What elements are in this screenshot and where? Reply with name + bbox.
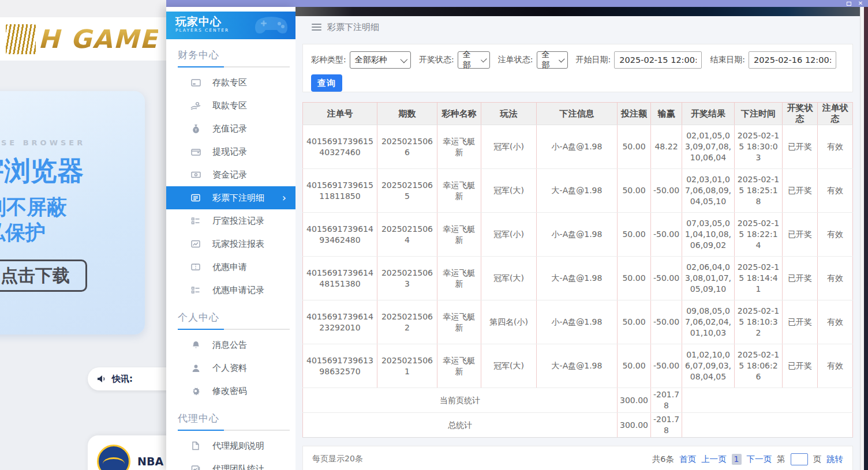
table-cell: 2025-02-15 18:14:41 (735, 257, 783, 300)
table-cell: 401569173961540327460 (303, 125, 377, 169)
sidebar-section: 个人中心 消息公告 个人资料 修改密码 (166, 307, 295, 403)
site-logo: H GAME (38, 24, 158, 54)
sidebar-item-recharge-records[interactable]: 充值记录 (166, 117, 295, 140)
start-date-input[interactable] (614, 51, 702, 69)
table-cell: 已开奖 (783, 257, 818, 300)
table-cell: 大-A盘@1.98 (537, 344, 618, 388)
table-cell: 48.22 (651, 125, 682, 169)
nba-card[interactable]: NBA (88, 435, 166, 470)
table-column-header: 开奖结果 (682, 103, 735, 125)
sidebar-item-withdraw-zone[interactable]: 取款专区 (166, 94, 295, 117)
money-bag-icon (190, 123, 201, 134)
gamepad-icon (253, 14, 290, 37)
bank-card-icon (190, 77, 201, 88)
table-row: 40156917396142329201020250215062幸运飞艇新第四名… (303, 300, 853, 344)
sidebar-item-promo-apply-records[interactable]: 优惠申请记录 (166, 279, 295, 302)
table-cell: 401569173961423292010 (303, 300, 377, 344)
sidebar-item-promo-apply[interactable]: 优惠申请 (166, 255, 295, 279)
table-cell: 有效 (818, 300, 853, 344)
draw-status-label: 开奖状态: (419, 55, 454, 65)
summary-winloss-total: -201.78 (651, 413, 682, 438)
table-cell: 已开奖 (783, 169, 818, 213)
maximize-button[interactable] (845, 0, 853, 7)
sidebar: 玩家中心 PLAYERS CENTER 财务中心 存款专区 取款专区 充值记录 … (166, 7, 295, 470)
table-cell: 2025-02-15 18:22:14 (735, 213, 783, 257)
user-icon (190, 363, 201, 373)
table-cell: 20250215063 (377, 257, 437, 300)
bets-table: 注单号期数彩种名称玩法下注信息投注额输赢开奖结果下注时间开奖状态注单状态 401… (302, 102, 853, 438)
search-button[interactable]: 查询 (311, 74, 342, 92)
bets-table-container: 注单号期数彩种名称玩法下注信息投注额输赢开奖结果下注时间开奖状态注单状态 401… (302, 102, 853, 438)
sidebar-item-label: 消息公告 (212, 340, 247, 351)
jump-page-input[interactable] (791, 453, 808, 465)
download-button[interactable]: 点击下载 (0, 260, 87, 292)
sidebar-item-label: 代理团队统计 (212, 464, 264, 470)
nba-card-label: NBA (137, 455, 163, 468)
next-page-link[interactable]: 下一页 (747, 454, 772, 465)
table-cell: 02,01,05,03,09,07,08,10,06,04 (682, 125, 735, 169)
sidebar-item-hall-bet-records[interactable]: 厅室投注记录 (166, 209, 295, 232)
sidebar-item-player-bet-report[interactable]: 玩家投注报表 (166, 232, 295, 255)
sidebar-item-personal-profile[interactable]: 个人资料 (166, 356, 295, 379)
sidebar-item-label: 资金记录 (212, 170, 247, 181)
list-boxes-icon (190, 285, 201, 295)
sidebar-header: 玩家中心 PLAYERS CENTER (166, 12, 295, 39)
site-logo-band: H GAME (0, 17, 166, 61)
sidebar-item-funds-records[interactable]: 资金记录 (166, 163, 295, 186)
table-column-header: 玩法 (481, 103, 537, 125)
jump-link[interactable]: 跳转 (826, 454, 843, 465)
table-cell: 02,06,04,03,08,01,07,05,09,10 (682, 257, 735, 300)
nba-team-logo-icon (97, 445, 130, 470)
page-suffix-label: 页 (813, 454, 822, 465)
browser-promo-banner[interactable]: ERSE BROWSER 宇浏览器 限制不屏蔽 隐私保护 点击下载 (0, 91, 145, 334)
sidebar-item-deposit-zone[interactable]: 存款专区 (166, 71, 295, 94)
table-cell: 有效 (818, 125, 853, 169)
table-cell: 小-A盘@1.98 (537, 125, 618, 169)
first-page-link[interactable]: 首页 (679, 454, 696, 465)
draw-status-select[interactable]: 全部 (458, 51, 490, 69)
table-cell: 01,02,10,06,07,09,03,08,04,05 (682, 344, 735, 388)
table-cell: 幸运飞艇新 (437, 213, 481, 257)
table-cell: 大-A盘@1.98 (537, 169, 618, 213)
sidebar-item-label: 个人资料 (212, 363, 247, 374)
table-cell: 02,03,01,07,06,08,09,04,05,10 (682, 169, 735, 213)
table-cell: 已开奖 (783, 213, 818, 257)
prev-page-link[interactable]: 上一页 (701, 454, 727, 465)
table-cell: 小-A盘@1.98 (537, 300, 618, 344)
sidebar-item-agent-rules[interactable]: 代理规则说明 (166, 434, 295, 457)
table-cell: 有效 (818, 257, 853, 300)
table-cell: 401569173961511811850 (303, 169, 377, 213)
sidebar-item-withdrawal-records[interactable]: 提现记录 (166, 140, 295, 163)
section-title: 代理中心 (166, 408, 295, 430)
table-row: 40156917396151181185020250215065幸运飞艇新冠军(… (303, 169, 853, 213)
promo-line2: 限制不屏蔽 (0, 194, 67, 221)
table-row: 40156917396144815138020250215063幸运飞艇新冠军(… (303, 257, 853, 300)
section-title: 个人中心 (166, 307, 295, 329)
section-title: 财务中心 (166, 45, 295, 66)
current-page-badge: 1 (732, 454, 742, 465)
table-row: 40156917396154032746020250215066幸运飞艇新冠军(… (303, 125, 853, 169)
promo-title: 宇浏览器 (0, 153, 84, 189)
table-cell: 20250215065 (377, 169, 437, 213)
page-title: 彩票下注明细 (327, 22, 379, 33)
sidebar-item-agent-team-stats[interactable]: 代理团队统计 (166, 457, 295, 470)
table-cell: 20250215066 (377, 125, 437, 169)
lottery-type-select[interactable]: 全部彩种 (350, 51, 411, 69)
summary-empty (682, 413, 853, 438)
sidebar-item-message-notice[interactable]: 消息公告 (166, 333, 295, 356)
pagination-bar: 每页显示20条 共6条 首页 上一页 1 下一页 第 页 跳转 (302, 446, 853, 470)
sidebar-item-lottery-bet-details[interactable]: 彩票下注明细› (166, 186, 295, 209)
end-date-input[interactable] (749, 51, 836, 69)
list-boxes-icon (190, 216, 201, 226)
wallet-icon (190, 146, 201, 157)
menu-toggle-icon[interactable] (312, 24, 321, 31)
scrollbar-track[interactable] (860, 7, 864, 470)
list-doc-icon (190, 193, 201, 203)
order-status-select[interactable]: 全部 (537, 51, 568, 69)
table-cell: 20250215062 (377, 300, 437, 344)
table-cell: 50.00 (618, 169, 651, 213)
close-button[interactable]: ✕ (856, 0, 865, 7)
sidebar-item-change-password[interactable]: 修改密码 (166, 379, 295, 403)
chevron-down-icon (481, 56, 487, 62)
page-header: 彩票下注明细 (295, 16, 860, 38)
